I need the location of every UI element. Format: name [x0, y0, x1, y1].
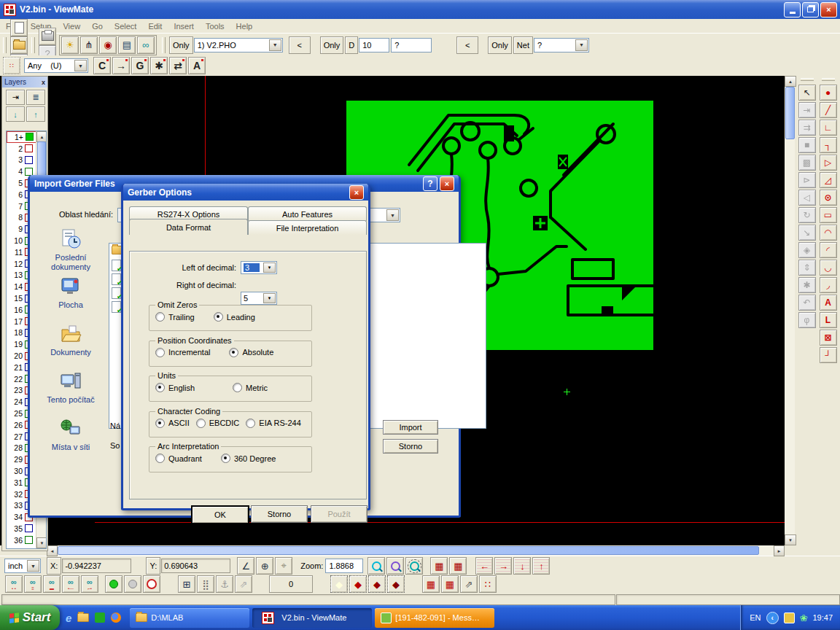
layer-color-swatch[interactable]	[26, 133, 34, 141]
chevron-down-icon[interactable]: ▼	[263, 293, 276, 303]
corner-tool-icon[interactable]: ∟	[820, 120, 837, 136]
arc-end-tool-icon[interactable]: ◞	[820, 277, 837, 293]
prev-net-button[interactable]: <	[456, 36, 478, 54]
elbow-tool-icon[interactable]: ┐	[820, 137, 837, 153]
tray-app-icon[interactable]	[784, 612, 795, 623]
radio-icon[interactable]	[246, 419, 255, 428]
dcode-filter-input[interactable]: ?	[391, 38, 432, 52]
radio-icon[interactable]	[214, 312, 223, 322]
aperture-icon[interactable]: ◉	[99, 36, 117, 54]
pad-tool-icon[interactable]: ●	[820, 85, 837, 101]
pad-dot-icon[interactable]: ◆	[387, 575, 405, 593]
radio-metric[interactable]: Metric	[233, 383, 268, 392]
prev-dcode-button[interactable]: <	[289, 36, 311, 54]
radio-icon[interactable]	[233, 383, 242, 392]
radio-icon[interactable]	[229, 348, 238, 357]
help-icon[interactable]: ?	[423, 176, 438, 191]
radio-incremental[interactable]: Incremental	[155, 348, 210, 357]
flip-v-icon[interactable]: ◁	[798, 190, 816, 206]
text-mode-icon[interactable]: A	[188, 57, 206, 74]
restore-button[interactable]	[802, 2, 819, 18]
print-icon[interactable]	[39, 28, 56, 45]
rectangle-tool-icon[interactable]: ▭	[820, 207, 837, 223]
radio-trailing[interactable]: Trailing	[155, 312, 195, 322]
menu-item-edit[interactable]: Edit	[142, 22, 168, 31]
radio-ascii[interactable]: ASCII	[155, 419, 190, 428]
gerber-mode-icon[interactable]: G	[131, 57, 149, 74]
pad-small-icon[interactable]: ◆	[368, 575, 386, 593]
node-edit-icon[interactable]: φ	[798, 312, 816, 328]
place-recent-documents[interactable]: Poslední dokumenty	[36, 228, 106, 271]
unit-combo[interactable]: inch ▼	[4, 559, 41, 573]
fill-rect-icon[interactable]: ■	[798, 137, 816, 153]
film-colors-icon[interactable]: ▤	[118, 36, 136, 54]
menu-item-go[interactable]: Go	[86, 22, 109, 31]
chevron-down-icon[interactable]: ▼	[575, 39, 588, 51]
tab-auto-features[interactable]: Auto Features	[248, 206, 367, 221]
circle-mode-icon[interactable]: C	[93, 57, 111, 74]
radio-eia-rs-244[interactable]: EIA RS-244	[246, 419, 300, 428]
chevron-down-icon[interactable]: ▼	[27, 560, 39, 572]
green-book-icon[interactable]	[95, 612, 105, 623]
view-lines-icon[interactable]: ∞≡	[24, 575, 42, 593]
dimension-tool-icon[interactable]: ⊠	[820, 330, 837, 346]
scroll-thumb[interactable]	[785, 87, 795, 139]
taskbar-task[interactable]: V2.bin - ViewMate	[252, 608, 372, 628]
zoom-in-icon[interactable]	[368, 557, 385, 575]
move-points-icon[interactable]: ⇉	[798, 120, 816, 136]
left-of-decimal-combo[interactable]: 3 ▼	[241, 261, 277, 274]
place-my-computer[interactable]: Tento počítač	[36, 370, 106, 405]
layer-file-combo[interactable]: 1) V2.PHO ▼	[194, 38, 283, 52]
radio-icon[interactable]	[155, 419, 165, 428]
inspect-glasses-icon[interactable]: ∞	[137, 36, 155, 54]
move-diamond-icon[interactable]: ◈	[798, 242, 816, 258]
step-counter[interactable]: 0	[269, 575, 313, 593]
chevron-down-icon[interactable]: ▼	[263, 262, 276, 273]
highlight-on-icon[interactable]	[105, 575, 122, 593]
pan-up-icon[interactable]: ↑	[532, 557, 550, 575]
settings-gear-icon[interactable]: ✱	[798, 277, 816, 293]
line-tool-icon[interactable]: ╱	[820, 102, 837, 118]
any-filter-combo[interactable]: Any (U) ▼	[24, 58, 88, 73]
net-combo[interactable]: ? ▼	[534, 38, 589, 52]
layer-color-swatch[interactable]	[25, 524, 33, 532]
scroll-up-icon[interactable]: ▲	[785, 76, 796, 87]
toolbar-grip[interactable]	[162, 37, 166, 53]
only-layer-toggle[interactable]: Only	[169, 36, 193, 54]
dcode-input[interactable]: 10	[359, 38, 389, 52]
move-point-icon[interactable]: ⇥	[798, 102, 816, 118]
scroll-right-icon[interactable]: ►	[774, 545, 785, 556]
scroll-left-icon[interactable]: ◄	[47, 545, 58, 556]
layer-color-swatch[interactable]	[25, 144, 33, 152]
highlight-off-icon[interactable]	[124, 575, 141, 593]
arrow-mode-icon[interactable]: →	[112, 57, 130, 74]
folder-shortcut-icon[interactable]	[77, 613, 89, 622]
only-dcode-toggle[interactable]: Only	[320, 36, 344, 54]
radio-360-degree[interactable]: 360 Degree	[221, 454, 276, 463]
layer-up-button[interactable]: ↑	[26, 106, 45, 122]
close-icon[interactable]: x	[42, 79, 45, 86]
pad-red-icon[interactable]: ◆	[349, 575, 367, 593]
zoom-value[interactable]: 1.8868	[325, 559, 363, 573]
gerber-dialog-titlebar[interactable]: Gerber Options ×	[123, 184, 368, 201]
stretch-icon[interactable]: ⇗	[460, 575, 478, 593]
angle-arc-tool-icon[interactable]: ▷	[820, 155, 837, 171]
view-filled-icon[interactable]: ∞▬	[43, 575, 61, 593]
firefox-icon[interactable]	[111, 612, 121, 623]
storno-button[interactable]: Storno	[383, 439, 438, 454]
storno-button[interactable]: Storno	[251, 505, 308, 523]
import-button[interactable]: Import	[383, 420, 438, 435]
toolbar-grip[interactable]	[31, 37, 35, 53]
arc-top-tool-icon[interactable]: ◠	[820, 225, 837, 241]
scale-icon[interactable]: ↘	[798, 225, 816, 241]
place-network-places[interactable]: Místa v síti	[36, 418, 106, 452]
selection-filter-icon[interactable]: ∷	[3, 57, 20, 74]
anchor-icon[interactable]: ⚓	[216, 575, 233, 593]
layers-panel-titlebar[interactable]: Layers x	[2, 77, 47, 88]
probe-icon[interactable]: ⌖	[275, 557, 292, 575]
text-tool-icon[interactable]: A	[820, 295, 837, 311]
corner-trace-tool-icon[interactable]: ┘	[820, 347, 837, 363]
dot-grid-icon[interactable]: ⣿	[197, 575, 214, 593]
radio-absolute[interactable]: Absolute	[229, 348, 273, 357]
radio-ebcdic[interactable]: EBCDIC	[196, 419, 240, 428]
